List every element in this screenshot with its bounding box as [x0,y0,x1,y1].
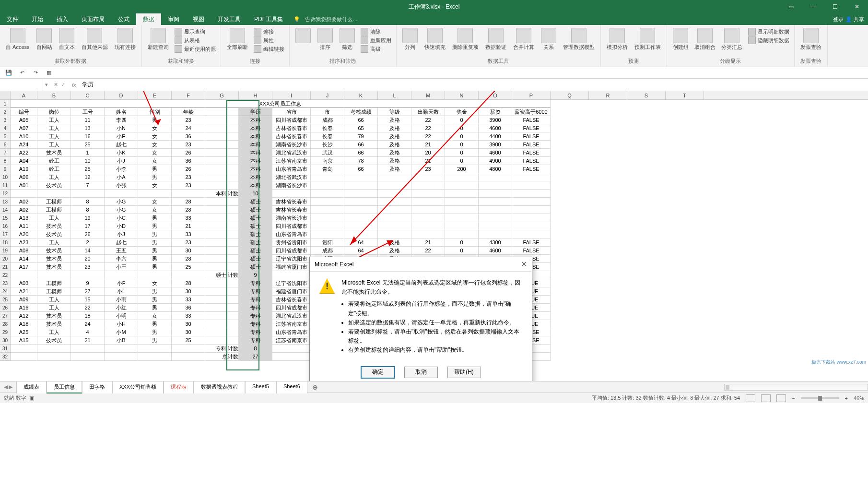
cell[interactable]: 9 [71,279,105,287]
cell[interactable] [11,353,37,361]
cell[interactable]: 技术员 [37,149,71,157]
cell[interactable]: 女 [138,181,172,190]
cell[interactable]: 技术员 [37,263,71,271]
row-header[interactable]: 22 [0,271,11,279]
cell[interactable]: A21 [11,287,37,296]
cell[interactable]: 男 [138,255,172,263]
cell[interactable]: 男 [138,320,172,328]
menu-tab-4[interactable]: 公式 [111,13,136,25]
cell[interactable]: 硕士 [239,230,272,238]
cell[interactable]: 吉林省长春市 [272,132,311,141]
cell[interactable]: 湖北省武汉市 [272,173,311,181]
cell[interactable] [479,190,512,198]
cell[interactable] [411,173,445,181]
cell[interactable] [445,190,479,198]
cell[interactable]: 专科 [239,328,272,336]
cell[interactable]: 男 [138,165,172,173]
cell[interactable]: 硕士 [239,198,272,206]
cell[interactable]: 36 [172,304,205,312]
cell[interactable] [138,345,172,353]
cell[interactable]: 4400 [479,132,512,141]
cell[interactable] [378,173,411,181]
cell[interactable] [272,190,311,198]
cell[interactable]: 30 [172,287,205,296]
menu-tab-3[interactable]: 页面布局 [75,13,111,25]
row-header[interactable]: 31 [0,345,11,353]
cell[interactable] [205,198,239,206]
cell[interactable] [445,181,479,190]
cell[interactable] [205,149,239,157]
cell[interactable]: 工人 [37,173,71,181]
row-header[interactable]: 13 [0,198,11,206]
macro-record-icon[interactable]: ▣ [29,395,34,401]
cell[interactable]: 30 [172,320,205,328]
cell[interactable]: 南京 [311,157,344,165]
cell[interactable] [378,190,411,198]
cell[interactable] [479,181,512,190]
cell[interactable]: 专科 [239,312,272,320]
ribbon-button[interactable]: 数据验证 [482,27,509,51]
cell[interactable]: 吉林省长春市 [272,198,311,206]
cell[interactable]: 21 [411,157,445,165]
cell[interactable] [445,173,479,181]
cell[interactable] [205,287,239,296]
cell[interactable]: 28 [172,206,205,214]
menu-tab-0[interactable]: 文件 [0,13,25,25]
cell[interactable]: 21 [411,141,445,149]
cell[interactable]: FALSE [512,116,551,124]
cell[interactable]: 男 [138,247,172,255]
cell[interactable]: 工人 [37,304,71,312]
row-header[interactable]: 9 [0,165,11,173]
menu-tab-9[interactable]: PDF工具集 [247,13,290,25]
cell[interactable]: 28 [172,198,205,206]
cell[interactable]: 工人 [37,141,71,149]
row-header[interactable]: 20 [0,255,11,263]
cell[interactable] [479,222,512,230]
ok-button[interactable]: 确定 [361,367,395,378]
cell[interactable]: 小N [105,124,138,132]
row-header[interactable]: 3 [0,116,11,124]
tell-me-input[interactable]: 告诉我您想要做什么… [305,16,358,23]
cell[interactable]: 技术员 [37,222,71,230]
help-button[interactable]: 帮助(H) [447,367,481,378]
cell[interactable]: 李四 [105,116,138,124]
close-icon[interactable]: ✕ [846,0,868,13]
row-header[interactable]: 18 [0,238,11,247]
cell[interactable]: 技术员 [37,181,71,190]
cell[interactable]: 工模师 [37,279,71,287]
ribbon-button[interactable]: 预测工作表 [632,27,664,51]
cell[interactable] [378,181,411,190]
cell[interactable]: 四川省成都市 [272,222,311,230]
cell[interactable]: 本科 [239,141,272,149]
column-header[interactable]: F [172,91,205,99]
cell[interactable]: 工模师 [37,287,71,296]
cell[interactable]: FALSE [512,165,551,173]
cell[interactable] [138,353,172,361]
cell[interactable] [71,271,105,279]
ribbon-button[interactable]: 删除重复项 [449,27,481,51]
cell[interactable]: 硕士 [239,238,272,247]
cell[interactable]: 17 [71,222,105,230]
cell[interactable]: 长春 [311,124,344,132]
column-header[interactable]: Q [551,91,589,99]
cell[interactable] [512,173,551,181]
cell[interactable]: 江苏省南京市 [272,336,311,345]
cell[interactable]: 赵七 [105,141,138,149]
row-header[interactable]: 28 [0,320,11,328]
column-header[interactable]: N [445,91,479,99]
column-header[interactable]: K [344,91,378,99]
cell[interactable]: 本科 [239,157,272,165]
row-header[interactable]: 14 [0,206,11,214]
cell[interactable] [378,214,411,222]
cell[interactable] [344,214,378,222]
cell[interactable]: A23 [11,238,37,247]
cell[interactable]: 30 [172,247,205,255]
menu-tab-6[interactable]: 审阅 [161,13,186,25]
row-header[interactable]: 32 [0,353,11,361]
cell[interactable] [311,190,344,198]
cell[interactable]: 22 [411,124,445,132]
cell[interactable] [479,198,512,206]
cell[interactable] [138,190,172,198]
cell[interactable]: 工人 [37,238,71,247]
cell[interactable] [512,206,551,214]
